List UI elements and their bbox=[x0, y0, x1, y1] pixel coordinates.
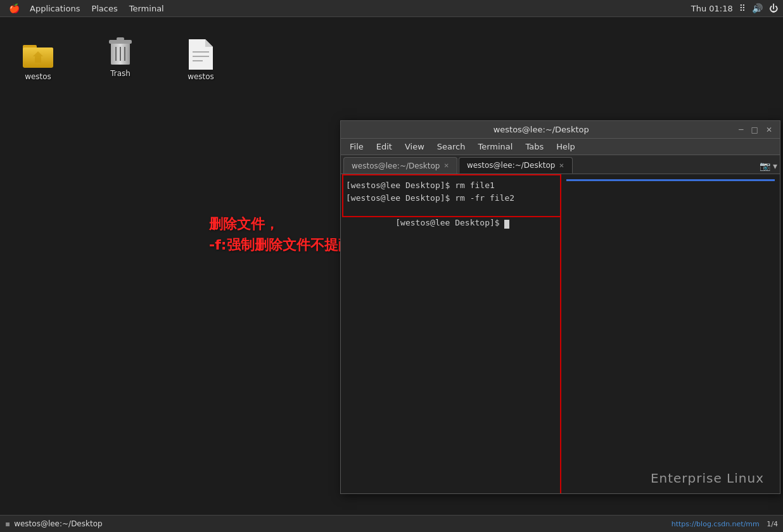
svg-rect-9 bbox=[117, 37, 124, 41]
terminal-line-3: [westos@lee Desktop]$ bbox=[346, 204, 555, 241]
desktop-icon-file-westos[interactable]: westos bbox=[175, 39, 226, 81]
terminal-window: westos@lee:~/Desktop ─ □ ✕ File Edit Vie… bbox=[340, 120, 780, 494]
menu-tabs[interactable]: Tabs bbox=[520, 141, 549, 153]
menu-terminal[interactable]: Terminal bbox=[124, 3, 169, 15]
menu-file[interactable]: File bbox=[345, 141, 369, 153]
terminal-line-1: [westos@lee Desktop]$ rm file1 bbox=[346, 179, 555, 192]
cursor bbox=[504, 220, 509, 229]
terminal-menubar: File Edit View Search Terminal Tabs Help bbox=[341, 139, 780, 155]
taskbar-terminal-label[interactable]: westos@lee:~/Desktop bbox=[14, 519, 102, 528]
trash-icon bbox=[105, 36, 136, 66]
annotation-line1: 删除文件， bbox=[209, 213, 352, 234]
taskbar-left: ▪ westos@lee:~/Desktop bbox=[5, 519, 103, 528]
screenshot-icon[interactable]: 📷 bbox=[760, 161, 770, 171]
network-icon[interactable]: ⠿ bbox=[739, 3, 746, 13]
svg-marker-14 bbox=[205, 39, 213, 47]
terminal-line-2: [westos@lee Desktop]$ rm -fr file2 bbox=[346, 192, 555, 205]
topbar-right: Thu 01:18 ⠿ 🔊 ⏻ bbox=[691, 3, 778, 13]
tab-icons: 📷 ▾ bbox=[760, 161, 777, 174]
taskbar-link[interactable]: https://blog.csdn.net/mm bbox=[672, 520, 760, 528]
power-icon[interactable]: ⏻ bbox=[769, 3, 778, 13]
apple-menu[interactable]: 🍎 bbox=[5, 2, 23, 15]
maximize-button[interactable]: □ bbox=[749, 125, 761, 134]
tab-1-close[interactable]: ✕ bbox=[443, 162, 449, 169]
tab-2-label: westos@lee:~/Desktop bbox=[467, 161, 555, 170]
taskbar-right: https://blog.csdn.net/mm 1/4 bbox=[672, 520, 778, 528]
svg-rect-5 bbox=[35, 56, 41, 63]
menu-help[interactable]: Help bbox=[551, 141, 580, 153]
enterprise-linux-watermark: Enterprise Linux bbox=[651, 471, 764, 486]
file-westos-label: westos bbox=[188, 72, 214, 81]
terminal-right-pane[interactable] bbox=[561, 174, 780, 493]
top-menubar: 🍎 Applications Places Terminal Thu 01:18… bbox=[0, 0, 783, 17]
tab-2[interactable]: westos@lee:~/Desktop ✕ bbox=[459, 157, 573, 174]
menu-terminal[interactable]: Terminal bbox=[473, 141, 518, 153]
terminal-title-controls: ─ □ ✕ bbox=[736, 125, 775, 134]
menu-view[interactable]: View bbox=[400, 141, 430, 153]
tab-2-close[interactable]: ✕ bbox=[559, 162, 564, 169]
terminal-tabs: westos@lee:~/Desktop ✕ westos@lee:~/Desk… bbox=[341, 155, 780, 174]
file-icon bbox=[186, 39, 216, 70]
topbar-left: 🍎 Applications Places Terminal bbox=[5, 2, 169, 15]
desktop-icon-trash[interactable]: Trash bbox=[95, 36, 146, 78]
taskbar: ▪ westos@lee:~/Desktop https://blog.csdn… bbox=[0, 515, 783, 532]
menu-edit[interactable]: Edit bbox=[371, 141, 397, 153]
dropdown-icon[interactable]: ▾ bbox=[773, 161, 777, 171]
menu-applications[interactable]: Applications bbox=[25, 3, 85, 15]
annotation-line2: -f:强制删除文件不提醒 bbox=[209, 234, 352, 255]
taskbar-page-info: 1/4 bbox=[767, 520, 778, 528]
terminal-title: westos@lee:~/Desktop bbox=[346, 125, 736, 134]
right-pane-divider bbox=[566, 179, 775, 181]
clock: Thu 01:18 bbox=[691, 4, 733, 13]
desktop: westos bbox=[0, 17, 783, 517]
menu-search[interactable]: Search bbox=[432, 141, 471, 153]
annotation: 删除文件， -f:强制删除文件不提醒 bbox=[209, 213, 352, 255]
terminal-content: [westos@lee Desktop]$ rm file1 [westos@l… bbox=[341, 174, 780, 493]
tab-1-label: westos@lee:~/Desktop bbox=[352, 162, 440, 170]
folder-westos-label: westos bbox=[25, 72, 51, 81]
desktop-icon-folder-westos[interactable]: westos bbox=[13, 39, 63, 81]
minimize-button[interactable]: ─ bbox=[736, 125, 746, 134]
folder-icon bbox=[23, 39, 53, 70]
taskbar-terminal-icon: ▪ bbox=[5, 519, 10, 528]
menu-places[interactable]: Places bbox=[86, 3, 122, 15]
trash-label: Trash bbox=[110, 69, 130, 78]
terminal-left-pane[interactable]: [westos@lee Desktop]$ rm file1 [westos@l… bbox=[341, 174, 561, 493]
close-button[interactable]: ✕ bbox=[763, 125, 775, 134]
volume-icon[interactable]: 🔊 bbox=[752, 3, 763, 13]
terminal-titlebar: westos@lee:~/Desktop ─ □ ✕ bbox=[341, 121, 780, 139]
tab-1[interactable]: westos@lee:~/Desktop ✕ bbox=[343, 157, 457, 174]
